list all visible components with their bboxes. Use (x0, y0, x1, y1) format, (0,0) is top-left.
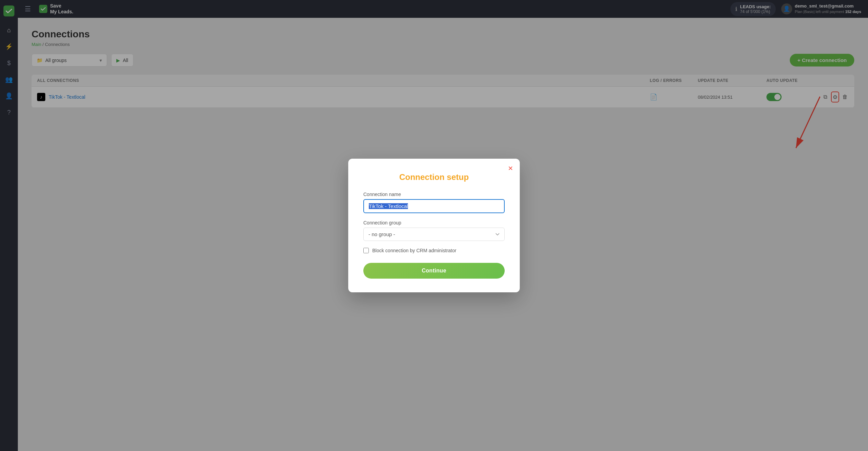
connection-name-input[interactable] (363, 199, 505, 213)
modal-overlay[interactable]: × Connection setup Connection name Conne… (0, 0, 868, 451)
block-connection-label[interactable]: Block connection by CRM administrator (372, 248, 456, 253)
connection-name-label: Connection name (363, 192, 505, 197)
connection-group-form-group: Connection group - no group - Group 1 Gr… (363, 220, 505, 241)
continue-button[interactable]: Continue (363, 263, 505, 279)
block-connection-checkbox[interactable] (363, 248, 369, 253)
connection-group-label: Connection group (363, 220, 505, 226)
connection-name-group: Connection name (363, 192, 505, 213)
modal-close-button[interactable]: × (508, 164, 513, 172)
connection-setup-modal: × Connection setup Connection name Conne… (348, 159, 520, 292)
connection-group-select[interactable]: - no group - Group 1 Group 2 (363, 228, 505, 241)
block-connection-row: Block connection by CRM administrator (363, 248, 505, 253)
modal-title: Connection setup (363, 172, 505, 182)
